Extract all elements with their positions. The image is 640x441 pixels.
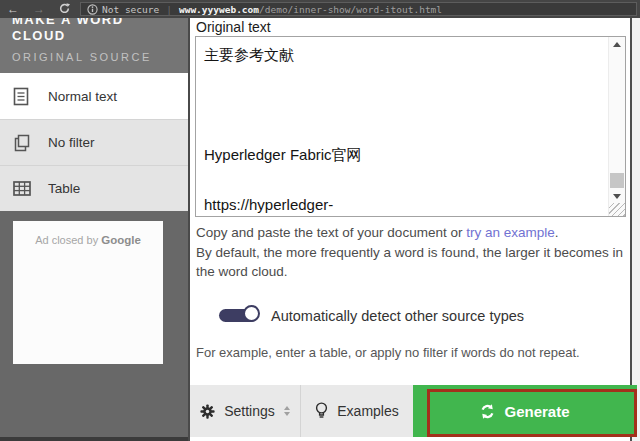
document-icon xyxy=(13,87,48,106)
security-label: Not secure xyxy=(102,4,159,15)
original-text-textarea[interactable]: 主要参考文献 Hyperledger Fabric官网 https://hype… xyxy=(195,36,626,217)
page-right-gutter xyxy=(632,18,640,441)
sidebar-item-table[interactable]: Table xyxy=(0,165,188,211)
reload-icon[interactable] xyxy=(52,0,76,19)
google-logo: Google xyxy=(101,234,141,246)
ad-closed-text: Ad closed by xyxy=(35,234,101,246)
textarea-content[interactable]: 主要参考文献 Hyperledger Fabric官网 https://hype… xyxy=(196,37,608,216)
app-title: MAKE A WORD CLOUD xyxy=(12,18,172,44)
ad-area: Ad closed by Google xyxy=(0,211,188,437)
auto-detect-label: Automatically detect other source types xyxy=(271,308,524,324)
try-an-example-link[interactable]: try an example xyxy=(466,225,555,240)
info-circle-icon[interactable] xyxy=(87,3,98,15)
url-path: /demo/inner-show/word-itout.html xyxy=(259,4,442,15)
table-grid-icon xyxy=(13,181,48,196)
scroll-up-icon[interactable] xyxy=(609,37,625,51)
up-down-arrows-icon xyxy=(284,406,290,416)
resize-handle-icon[interactable] xyxy=(609,203,625,216)
note-text: For example, enter a table, or apply no … xyxy=(196,345,626,360)
scrollbar-track[interactable] xyxy=(609,51,625,189)
textarea-scrollbar[interactable] xyxy=(608,37,625,216)
ad-placeholder: Ad closed by Google xyxy=(13,221,163,364)
main-panel: Original text 主要参考文献 Hyperledger Fabric官… xyxy=(188,18,632,441)
gear-icon xyxy=(200,404,215,419)
auto-detect-row: Automatically detect other source types xyxy=(196,305,524,327)
examples-label: Examples xyxy=(337,403,398,419)
lightbulb-icon xyxy=(315,402,328,420)
sidebar-item-label: Normal text xyxy=(48,89,117,104)
help-text: Copy and paste the text of your document… xyxy=(196,223,623,282)
sidebar-item-normal-text[interactable]: Normal text xyxy=(0,73,188,119)
sidebar-section-label: ORIGINAL SOURCE xyxy=(12,51,188,63)
help-prefix: Copy and paste the text of your document… xyxy=(196,225,466,240)
scrollbar-thumb[interactable] xyxy=(610,173,624,188)
back-icon[interactable]: ← xyxy=(0,0,26,18)
browser-window: ← → Not secure | www.yyyweb.com/demo/inn… xyxy=(0,0,640,441)
sidebar-header: MAKE A WORD CLOUD ORIGINAL SOURCE xyxy=(0,18,188,73)
forward-icon[interactable]: → xyxy=(26,0,52,18)
examples-button[interactable]: Examples xyxy=(300,385,413,437)
help-line2: By default, the more frequently a word i… xyxy=(196,245,623,280)
address-bar[interactable]: Not secure | www.yyyweb.com/demo/inner-s… xyxy=(80,2,637,16)
auto-detect-toggle[interactable] xyxy=(219,305,260,327)
settings-label: Settings xyxy=(224,403,275,419)
sidebar-bottom-strip xyxy=(0,437,188,441)
toggle-knob xyxy=(243,305,260,322)
url-domain: www.yyyweb.com xyxy=(179,4,259,15)
sidebar-item-no-filter[interactable]: No filter xyxy=(0,119,188,165)
copy-pages-icon xyxy=(13,134,48,152)
sidebar-item-label: No filter xyxy=(48,135,95,150)
browser-toolbar: ← → Not secure | www.yyyweb.com/demo/inn… xyxy=(0,0,640,18)
settings-button[interactable]: Settings xyxy=(190,385,300,437)
help-suffix: . xyxy=(555,225,559,240)
scroll-down-icon[interactable] xyxy=(609,189,625,203)
original-text-label: Original text xyxy=(196,19,271,35)
sidebar-item-label: Table xyxy=(48,181,80,196)
highlight-box xyxy=(427,389,637,437)
address-separator: | xyxy=(166,4,172,15)
sidebar: MAKE A WORD CLOUD ORIGINAL SOURCE Normal… xyxy=(0,18,188,441)
